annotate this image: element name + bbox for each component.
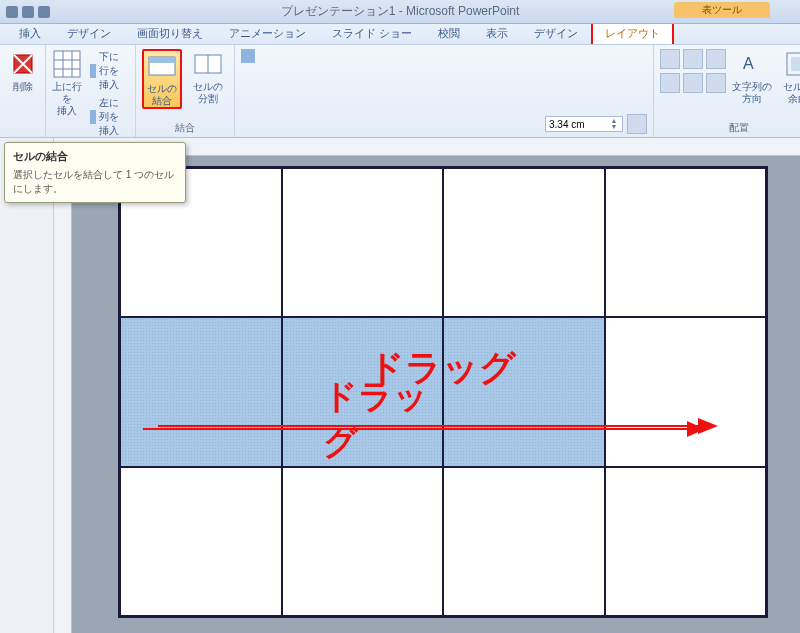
tooltip-title: セルの結合 [13,149,177,164]
ribbon: 削除 上に行を 挿入 下に行を挿入 左に列を挿入 [0,45,800,138]
insert-row-below-label: 下に行を挿入 [99,50,127,92]
table-cell[interactable] [605,168,767,317]
svg-text:A: A [743,55,754,72]
contextual-tab-label: 表ツール [674,2,770,18]
ribbon-tabs: 挿入 デザイン 画面切り替え アニメーション スライド ショー 校閲 表示 デザ… [0,24,800,45]
window-title: プレゼンテーション1 - Microsoft PowerPoint [281,3,520,20]
spin-down-icon[interactable]: ▼ [609,124,619,130]
text-direction-icon: A [737,49,767,79]
svg-rect-3 [54,51,80,77]
svg-rect-9 [90,110,96,124]
tooltip-body: 選択したセルを結合して 1 つのセルにします。 [13,168,177,196]
workspace: ドラッグ ドラッグ [0,138,800,633]
title-bar: プレゼンテーション1 - Microsoft PowerPoint 表ツール [0,0,800,24]
text-direction-button[interactable]: A 文字列の 方向 [732,49,772,105]
slide-canvas[interactable]: ドラッグ ドラッグ [72,156,800,633]
table-cell-selected[interactable] [120,317,282,466]
table-cell[interactable] [443,467,605,616]
merge-cells-label: セルの 結合 [147,83,177,106]
tab-design[interactable]: デザイン [54,22,124,44]
table-icon [52,49,82,79]
group-cell-size: 3.34 cm ▲▼ 3.7 cm ▲▼ セルのサイズ [235,45,654,137]
group-alignment-label: 配置 [729,121,749,137]
tab-slideshow[interactable]: スライド ショー [319,22,425,44]
drag-label-annotation: ドラッグ [323,374,443,466]
table-cell-selected[interactable] [443,317,605,466]
tab-animations[interactable]: アニメーション [216,22,319,44]
table-cell[interactable] [605,317,767,466]
tab-transitions[interactable]: 画面切り替え [124,22,216,44]
group-merge: セルの 結合 セルの 分割 結合 [136,45,235,137]
quick-access-toolbar [6,6,50,18]
svg-rect-8 [90,64,96,78]
align-left-button[interactable] [660,49,680,69]
merge-cells-icon [147,51,177,81]
svg-rect-12 [149,57,175,63]
cell-margins-label: セルの 余白 [783,81,800,104]
tab-view[interactable]: 表示 [473,22,521,44]
distribute-rows-button[interactable] [627,114,647,134]
tab-table-layout[interactable]: レイアウト [591,21,674,44]
col-left-icon [90,110,96,124]
align-center-button[interactable] [683,49,703,69]
delete-label: 削除 [13,81,33,92]
group-rows-cols: 上に行を 挿入 下に行を挿入 左に列を挿入 右に列を挿入 行と列 [46,45,136,137]
qat-save-icon[interactable] [6,6,18,18]
merge-cells-button[interactable]: セルの 結合 [142,49,182,109]
qat-undo-icon[interactable] [22,6,34,18]
table-cell[interactable] [443,168,605,317]
split-cells-button[interactable]: セルの 分割 [188,49,228,105]
slide-thumbnail-pane[interactable] [0,138,54,633]
tab-review[interactable]: 校閲 [425,22,473,44]
group-merge-label: 結合 [175,121,195,137]
split-cells-icon [193,49,223,79]
delete-icon [8,49,38,79]
table-object[interactable]: ドラッグ [118,166,768,618]
qat-redo-icon[interactable] [38,6,50,18]
table-cell[interactable] [120,467,282,616]
table-cell[interactable] [282,168,444,317]
align-top-button[interactable] [660,73,680,93]
table-cell[interactable] [605,467,767,616]
insert-row-above-label: 上に行を 挿入 [52,81,82,116]
table-cell-selected[interactable]: ドラッグ [282,317,444,466]
row-below-icon [90,64,96,78]
split-cells-label: セルの 分割 [193,81,223,104]
insert-col-left-label: 左に列を挿入 [99,96,127,138]
align-right-button[interactable] [706,49,726,69]
vertical-ruler [54,156,72,633]
align-bottom-button[interactable] [706,73,726,93]
cell-margins-icon [783,49,800,79]
svg-rect-15 [241,49,255,63]
svg-rect-19 [791,57,800,71]
cell-margins-button[interactable]: セルの 余白 [778,49,800,105]
align-middle-button[interactable] [683,73,703,93]
delete-button[interactable]: 削除 [3,49,43,93]
group-alignment: A 文字列の 方向 セルの 余白 配置 [654,45,800,137]
insert-row-below-button[interactable]: 下に行を挿入 [88,49,129,93]
table-cell[interactable] [282,467,444,616]
tab-table-design[interactable]: デザイン [521,22,591,44]
tab-insert[interactable]: 挿入 [6,22,54,44]
tooltip-merge-cells: セルの結合 選択したセルを結合して 1 つのセルにします。 [4,142,186,203]
text-direction-label: 文字列の 方向 [732,81,772,104]
insert-row-above-button[interactable]: 上に行を 挿入 [52,49,82,117]
group-delete: 削除 [0,45,46,137]
row-height-input[interactable]: 3.34 cm ▲▼ [545,116,623,132]
insert-col-left-button[interactable]: 左に列を挿入 [88,95,129,139]
row-height-value: 3.34 cm [549,119,585,130]
